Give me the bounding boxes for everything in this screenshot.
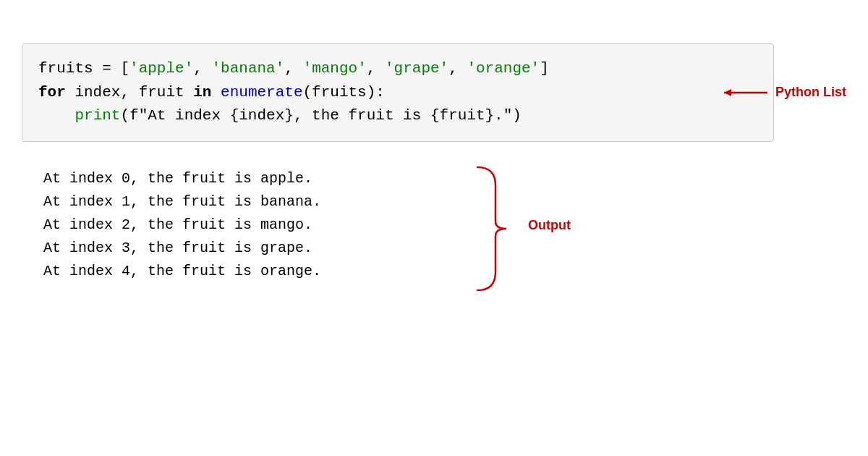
- code-str-mango: 'mango': [303, 60, 367, 77]
- code-str-grape: 'grape': [385, 60, 448, 77]
- output-line-0: At index 0, the fruit is apple.: [43, 167, 846, 190]
- code-line-1: fruits = ['apple', 'banana', 'mango', 'g…: [38, 57, 757, 81]
- output-line-4: At index 4, the fruit is orange.: [43, 260, 846, 283]
- page-container: fruits = ['apple', 'banana', 'mango', 'g…: [0, 0, 868, 456]
- python-list-annotation: Python List: [720, 84, 846, 101]
- output-line-1: At index 1, the fruit is banana.: [43, 190, 846, 214]
- svg-marker-1: [724, 89, 731, 96]
- code-fn-enumerate: enumerate: [221, 84, 302, 101]
- output-brace-icon: [470, 164, 528, 294]
- code-str-banana: 'banana': [211, 60, 284, 77]
- output-line-3: At index 3, the fruit is grape.: [43, 237, 846, 260]
- output-label: Output: [528, 217, 571, 232]
- output-lines: At index 0, the fruit is apple. At index…: [43, 167, 846, 283]
- code-block-wrapper: fruits = ['apple', 'banana', 'mango', 'g…: [22, 43, 846, 142]
- code-line-3: print(f"At index {index}, the fruit is {…: [38, 104, 757, 128]
- code-fn-print: print: [75, 107, 120, 124]
- arrow-icon: [720, 84, 771, 101]
- output-section: At index 0, the fruit is apple. At index…: [22, 167, 846, 283]
- code-line-2: for index, fruit in enumerate(fruits):: [38, 81, 757, 105]
- code-equals: = [: [93, 60, 129, 77]
- python-list-label: Python List: [775, 85, 846, 100]
- code-str-apple: 'apple': [129, 60, 193, 77]
- code-var-fruits: fruits: [38, 60, 93, 77]
- output-line-2: At index 2, the fruit is mango.: [43, 214, 846, 237]
- code-str-orange: 'orange': [467, 60, 540, 77]
- code-block: fruits = ['apple', 'banana', 'mango', 'g…: [22, 43, 774, 142]
